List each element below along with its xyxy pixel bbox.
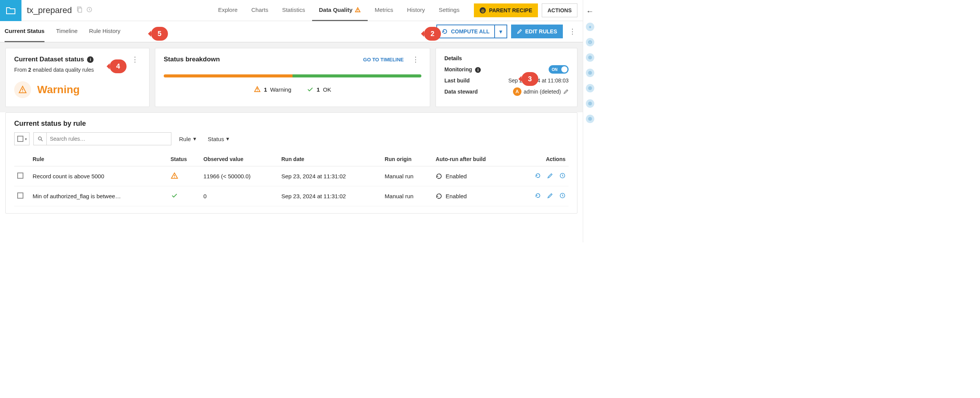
callout-2: 2 <box>424 27 441 41</box>
rail-flask-icon[interactable] <box>586 84 594 92</box>
warning-label: Warning <box>270 86 291 93</box>
svg-point-12 <box>174 177 175 178</box>
warning-icon <box>355 7 361 13</box>
history-icon[interactable] <box>86 7 92 14</box>
row-refresh-icon[interactable] <box>535 192 541 200</box>
row-clock-icon[interactable] <box>559 173 566 180</box>
filter-rule[interactable]: Rule ▾ <box>175 135 200 142</box>
select-all-checkbox[interactable]: ▾ <box>14 132 30 145</box>
recipe-icon: ◎ <box>480 7 486 13</box>
pencil-icon[interactable] <box>563 89 569 94</box>
tab-charts[interactable]: Charts <box>245 0 275 21</box>
rail-check-icon[interactable] <box>586 69 594 77</box>
breakdown-kebab-icon[interactable]: ⋮ <box>410 55 421 64</box>
compute-all-dropdown[interactable]: ▾ <box>495 25 507 38</box>
current-status-card: Current Dataset status i ⋮ From 2 enable… <box>5 48 150 107</box>
rail-list-icon[interactable] <box>586 53 594 62</box>
search-input[interactable] <box>47 136 171 142</box>
tab-statistics[interactable]: Statistics <box>275 0 312 21</box>
top-tabs: Explore Charts Statistics Data Quality M… <box>211 0 467 21</box>
cell-observed: 11966 (< 50000.0) <box>201 166 278 186</box>
back-arrow-icon[interactable]: ← <box>586 7 594 16</box>
subtab-rule-history[interactable]: Rule History <box>89 21 120 42</box>
details-title: Details <box>444 55 569 61</box>
monitoring-label: Monitoring <box>444 66 472 72</box>
right-rail: ← ＋ i <box>583 0 597 242</box>
details-card: Details Monitoring i ON Last build Sep 2… <box>436 48 577 107</box>
tab-data-quality[interactable]: Data Quality <box>312 0 368 21</box>
table-row: Min of authorized_flag is betwee…0Sep 23… <box>14 186 569 206</box>
breakdown-bar-ok <box>293 74 421 77</box>
rail-chat-icon[interactable] <box>586 115 594 123</box>
parent-recipe-button[interactable]: ◎ PARENT RECIPE <box>474 3 538 17</box>
go-to-timeline-link[interactable]: GO TO TIMELINE <box>363 57 404 62</box>
actions-button[interactable]: ACTIONS <box>542 3 577 17</box>
avatar: A <box>513 87 521 96</box>
monitoring-toggle[interactable]: ON <box>549 65 569 74</box>
cell-status <box>168 166 201 186</box>
row-checkbox[interactable] <box>17 173 23 179</box>
rail-info-icon[interactable]: i <box>586 38 594 46</box>
col-run-date: Run date <box>278 152 382 166</box>
rules-section-title: Current status by rule <box>14 120 569 128</box>
filter-status[interactable]: Status ▾ <box>204 135 233 142</box>
breakdown-title: Status breakdown <box>164 56 220 63</box>
parent-recipe-label: PARENT RECIPE <box>489 7 532 13</box>
legend-ok: 1 OK <box>307 86 331 93</box>
subtab-current-status[interactable]: Current Status <box>5 21 44 42</box>
tab-history[interactable]: History <box>400 0 432 21</box>
toggle-state: ON <box>552 67 557 72</box>
rail-add-icon[interactable]: ＋ <box>586 23 594 31</box>
compute-all-label: COMPUTE ALL <box>451 28 490 35</box>
status-card-kebab-icon[interactable]: ⋮ <box>129 55 141 64</box>
dataset-title: tx_prepared <box>27 5 72 15</box>
svg-point-6 <box>22 91 23 92</box>
edit-rules-button[interactable]: EDIT RULES <box>511 25 563 38</box>
legend-warning: 1 Warning <box>254 86 291 93</box>
svg-point-21 <box>588 117 592 121</box>
row-edit-icon[interactable] <box>547 173 553 180</box>
svg-point-18 <box>588 71 592 75</box>
callout-4: 4 <box>110 59 127 73</box>
cycle-icon <box>436 173 442 180</box>
tab-explore[interactable]: Explore <box>211 0 245 21</box>
top-header: tx_prepared Explore Charts Statistics Da… <box>0 0 583 21</box>
cell-auto-run: Enabled <box>436 193 511 200</box>
warning-count: 1 <box>264 86 267 93</box>
cell-rule: Min of authorized_flag is betwee… <box>30 186 168 206</box>
row-refresh-icon[interactable] <box>535 173 541 180</box>
breakdown-card: Status breakdown GO TO TIMELINE ⋮ 1 Warn… <box>155 48 430 107</box>
col-auto-run: Auto-run after build <box>432 152 515 166</box>
cell-run-origin: Manual run <box>381 166 432 186</box>
svg-point-4 <box>357 11 358 12</box>
row-edit-icon[interactable] <box>547 192 553 200</box>
row-clock-icon[interactable] <box>559 192 566 200</box>
copy-icon[interactable] <box>76 7 82 14</box>
warning-icon <box>171 172 178 179</box>
subtab-timeline[interactable]: Timeline <box>56 21 77 42</box>
breakdown-bar <box>164 74 421 77</box>
svg-point-17 <box>588 56 592 59</box>
folder-icon[interactable] <box>0 0 21 21</box>
info-icon[interactable]: i <box>87 56 94 63</box>
search-icon[interactable] <box>34 132 47 145</box>
cell-status <box>168 186 201 206</box>
edit-rules-label: EDIT RULES <box>525 28 557 35</box>
tab-metrics[interactable]: Metrics <box>368 0 400 21</box>
callout-3: 3 <box>521 72 538 86</box>
cell-rule: Record count is above 5000 <box>30 166 168 186</box>
cards-row: Current Dataset status i ⋮ From 2 enable… <box>0 43 583 112</box>
rail-clock-icon[interactable] <box>586 99 594 108</box>
col-observed: Observed value <box>201 152 278 166</box>
callout-5: 5 <box>151 27 168 41</box>
status-text: Warning <box>37 84 80 96</box>
subrow-kebab-icon[interactable]: ⋮ <box>567 27 578 36</box>
col-rule: Rule <box>30 152 168 166</box>
last-build-label: Last build <box>444 77 470 84</box>
tab-settings[interactable]: Settings <box>432 0 466 21</box>
compute-all-button[interactable]: COMPUTE ALL <box>436 25 495 38</box>
col-run-origin: Run origin <box>381 152 432 166</box>
row-checkbox[interactable] <box>17 192 23 199</box>
info-icon[interactable]: i <box>475 67 481 73</box>
ok-label: OK <box>323 86 331 93</box>
